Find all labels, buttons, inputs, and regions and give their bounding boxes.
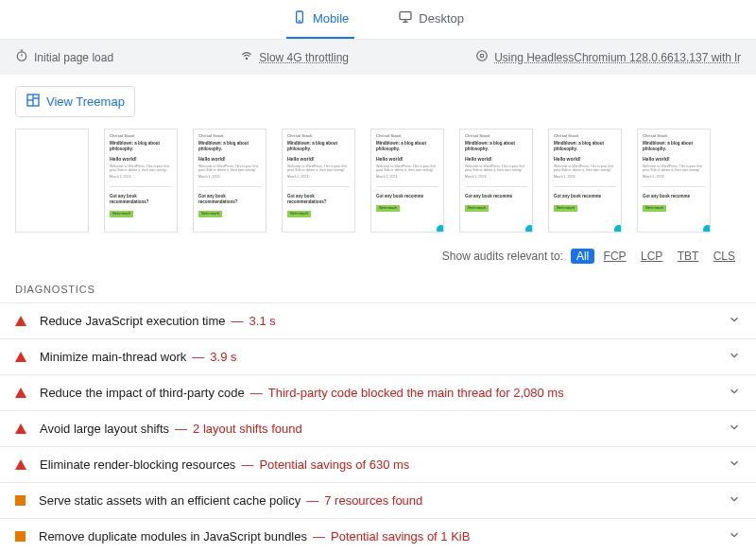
desktop-icon: [398, 9, 413, 27]
audit-dash: —: [313, 529, 325, 543]
svg-point-5: [17, 52, 26, 60]
stopwatch-icon: [15, 49, 28, 65]
audit-detail: Potential savings of 630 ms: [259, 457, 409, 472]
audit-title: Avoid large layout shifts: [40, 422, 169, 436]
wifi-icon: [240, 49, 253, 65]
audit-detail: 7 resources found: [324, 493, 422, 508]
audit-title: Serve static assets with an efficient ca…: [39, 493, 301, 508]
triangle-icon: [15, 423, 26, 434]
chevron-down-icon: [728, 421, 741, 437]
device-tabs: Mobile Desktop: [0, 0, 756, 40]
filter-chip-cls[interactable]: CLS: [708, 249, 741, 264]
chevron-down-icon: [728, 492, 741, 509]
svg-point-9: [477, 51, 488, 61]
square-icon: [15, 531, 26, 542]
audit-dash: —: [192, 350, 204, 364]
audit-row[interactable]: Eliminate render-blocking resources — Po…: [0, 446, 756, 482]
chevron-down-icon: [728, 457, 741, 473]
svg-point-10: [480, 54, 484, 58]
tab-desktop[interactable]: Desktop: [392, 9, 470, 39]
mobile-icon: [292, 9, 307, 27]
filter-chip-fcp[interactable]: FCP: [598, 249, 632, 264]
audit-dash: —: [232, 314, 244, 328]
tab-mobile[interactable]: Mobile: [286, 9, 354, 39]
tab-mobile-label: Mobile: [313, 11, 349, 26]
audit-dash: —: [241, 457, 253, 472]
meta-throttling-text: Slow 4G throttling: [259, 51, 349, 64]
triangle-icon: [15, 388, 26, 398]
audit-row[interactable]: Minimize main-thread work — 3.9 s: [0, 338, 756, 374]
chevron-down-icon: [728, 385, 741, 401]
meta-bar: Initial page load Slow 4G throttling Usi…: [0, 40, 756, 75]
audit-title: Remove duplicate modules in JavaScript b…: [39, 529, 307, 543]
filmstrip-frame[interactable]: Chrisal StackMindblown: a blog about phi…: [459, 129, 533, 233]
view-treemap-button[interactable]: View Treemap: [15, 86, 135, 117]
filter-chip-lcp[interactable]: LCP: [635, 249, 668, 264]
triangle-icon: [15, 316, 26, 326]
filmstrip-frame[interactable]: Chrisal StackMindblown: a blog about phi…: [370, 129, 444, 233]
diagnostics-heading: DIAGNOSTICS: [0, 274, 756, 302]
audit-title: Reduce JavaScript execution time: [40, 314, 226, 328]
filters-row: Show audits relevant to: All FCP LCP TBT…: [0, 242, 756, 274]
meta-throttling[interactable]: Slow 4G throttling: [240, 49, 349, 65]
filmstrip-frame[interactable]: Chrisal StackMindblown: a blog about phi…: [637, 129, 711, 233]
chevron-down-icon: [728, 313, 741, 329]
chevron-down-icon: [728, 528, 741, 544]
audit-dash: —: [175, 422, 187, 436]
audit-title: Eliminate render-blocking resources: [40, 457, 235, 472]
audit-detail: 3.1 s: [249, 314, 276, 328]
meta-browser-text: Using HeadlessChromium 128.0.6613.137 wi…: [494, 51, 741, 64]
treemap-row: View Treemap: [0, 75, 756, 129]
audit-detail: Third-party code blocked the main thread…: [268, 386, 564, 400]
audit-title: Reduce the impact of third-party code: [40, 386, 245, 400]
filmstrip-frame[interactable]: Chrisal StackMindblown: a blog about phi…: [193, 129, 266, 233]
filmstrip-frame[interactable]: Chrisal StackMindblown: a blog about phi…: [282, 129, 355, 233]
treemap-icon: [26, 93, 41, 111]
filter-chip-tbt[interactable]: TBT: [672, 249, 705, 264]
filmstrip-frame[interactable]: Chrisal StackMindblown: a blog about phi…: [104, 129, 178, 233]
tab-desktop-label: Desktop: [419, 11, 464, 26]
svg-point-8: [247, 58, 248, 59]
chrome-icon: [475, 49, 489, 65]
audit-row[interactable]: Reduce the impact of third-party code — …: [0, 374, 756, 410]
filmstrip-frame[interactable]: [15, 129, 89, 233]
audit-row[interactable]: Remove duplicate modules in JavaScript b…: [0, 518, 756, 552]
audit-title: Minimize main-thread work: [40, 350, 186, 364]
chevron-down-icon: [728, 349, 741, 365]
filmstrip: Chrisal StackMindblown: a blog about phi…: [0, 129, 756, 242]
audit-dash: —: [250, 386, 263, 400]
audit-detail: 3.9 s: [210, 350, 236, 364]
triangle-icon: [15, 459, 26, 470]
meta-initial-load-text: Initial page load: [34, 51, 113, 64]
triangle-icon: [15, 352, 26, 362]
meta-initial-load[interactable]: Initial page load: [15, 49, 113, 65]
svg-rect-2: [400, 12, 411, 20]
audit-dash: —: [306, 493, 318, 508]
audit-row[interactable]: Reduce JavaScript execution time — 3.1 s: [0, 302, 756, 338]
square-icon: [15, 495, 26, 506]
audit-row[interactable]: Serve static assets with an efficient ca…: [0, 482, 756, 518]
filmstrip-frame[interactable]: Chrisal StackMindblown: a blog about phi…: [548, 129, 622, 233]
audit-detail: Potential savings of 1 KiB: [331, 529, 470, 543]
meta-browser[interactable]: Using HeadlessChromium 128.0.6613.137 wi…: [475, 49, 741, 65]
audit-detail: 2 layout shifts found: [193, 422, 302, 436]
view-treemap-label: View Treemap: [46, 95, 125, 109]
filters-label: Show audits relevant to:: [442, 250, 563, 263]
audit-row[interactable]: Avoid large layout shifts — 2 layout shi…: [0, 410, 756, 446]
filter-chip-all[interactable]: All: [571, 249, 594, 264]
diagnostics-list: Reduce JavaScript execution time — 3.1 s…: [0, 302, 756, 552]
